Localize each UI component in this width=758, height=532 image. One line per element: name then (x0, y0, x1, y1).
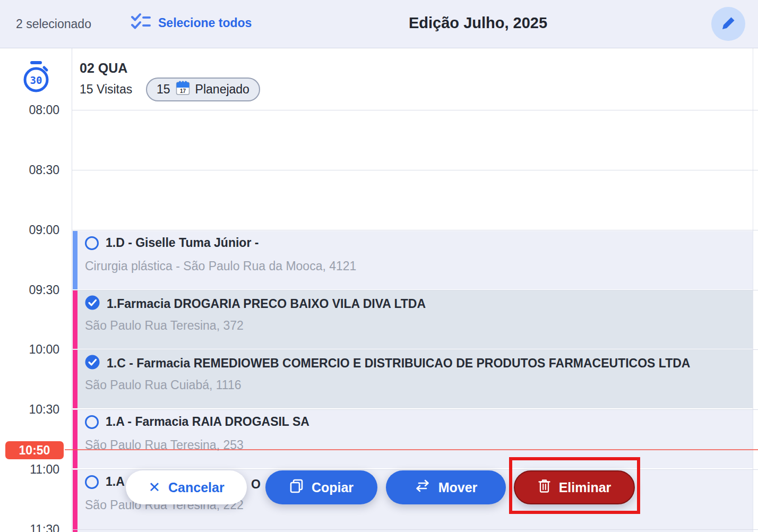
current-time-badge: 10:50 (5, 441, 64, 459)
event-color-bar (73, 350, 77, 408)
trash-icon (538, 478, 551, 496)
checked-checkbox[interactable] (85, 355, 100, 372)
event-subtitle: São Paulo Rua Cuiabá, 1116 (85, 378, 242, 392)
delete-label: Eliminar (559, 480, 611, 495)
event-subtitle: São Paulo Rua Teresina, 372 (85, 319, 244, 333)
visit-event-giselle-tuma[interactable]: 1.D - Giselle Tuma Júnior - Cirurgia plá… (73, 231, 753, 289)
time-label: 08:30 (0, 163, 59, 177)
move-label: Mover (438, 480, 478, 495)
gridline (72, 230, 758, 230)
delete-button[interactable]: Eliminar (514, 470, 635, 504)
gridline (72, 170, 758, 170)
page-title: Edição Julho, 2025 (409, 14, 547, 32)
gridline (72, 349, 758, 350)
visit-event-drogaria-preco-baixo[interactable]: 1.Farmacia DROGARIA PRECO BAIXO VILA DIV… (73, 290, 753, 349)
svg-text:17: 17 (180, 88, 186, 94)
select-all-button[interactable]: Selecione todos (131, 13, 252, 33)
stopwatch-icon: 30 (21, 61, 51, 96)
checked-checkbox[interactable] (85, 295, 100, 312)
checklist-icon (131, 13, 151, 33)
gridline (72, 469, 758, 470)
gridline (72, 110, 758, 110)
selection-toolbar: 2 selecionado Selecione todos Edição Jul… (0, 0, 758, 48)
current-time-line (65, 449, 758, 450)
x-icon: ✕ (148, 480, 160, 495)
copy-label: Copiar (312, 480, 354, 495)
cancel-button[interactable]: ✕ Cancelar (126, 470, 247, 504)
move-button[interactable]: Mover (386, 470, 506, 504)
event-title: 1.A (106, 475, 125, 489)
unchecked-checkbox[interactable] (85, 236, 99, 250)
event-title-fragment: O (251, 477, 261, 492)
event-color-bar (73, 410, 77, 468)
selected-count-label: 2 selecionado (16, 17, 91, 31)
select-all-label: Selecione todos (158, 16, 252, 30)
visit-event-remedioweb[interactable]: 1.C - Farmacia REMEDIOWEB COMERCIO E DIS… (73, 350, 753, 408)
gridline (72, 290, 758, 290)
time-label: 11:30 (0, 522, 59, 532)
event-color-bar (73, 231, 77, 289)
time-label: 09:00 (0, 223, 59, 237)
planned-count: 15 (157, 82, 170, 97)
svg-text:30: 30 (30, 74, 42, 86)
schedule-day-view: 2 selecionado Selecione todos Edição Jul… (0, 0, 758, 532)
event-title: 1.D - Giselle Tuma Júnior - (106, 236, 259, 250)
time-label: 10:30 (0, 402, 59, 417)
event-title: 1.A - Farmacia RAIA DROGASIL SA (106, 415, 309, 429)
event-subtitle: Cirurgia plástica - São Paulo Rua da Moo… (85, 259, 356, 273)
pencil-icon (720, 15, 737, 33)
edit-button[interactable] (711, 7, 745, 41)
double-arrow-icon (415, 479, 430, 496)
time-label: 09:30 (0, 283, 59, 297)
time-label: 10:00 (0, 342, 59, 357)
planned-label: Planejado (195, 82, 249, 97)
time-label: 11:00 (0, 462, 59, 477)
event-color-bar (73, 290, 77, 349)
cancel-label: Cancelar (168, 480, 225, 495)
event-color-bar (73, 470, 77, 532)
unchecked-checkbox[interactable] (85, 415, 99, 429)
copy-button[interactable]: Copiar (265, 470, 377, 504)
visit-event-raia-drogasil[interactable]: 1.A - Farmacia RAIA DROGASIL SA São Paul… (73, 410, 753, 468)
gridline (72, 409, 758, 410)
event-title: 1.C - Farmacia REMEDIOWEB COMERCIO E DIS… (107, 356, 690, 371)
time-label: 08:00 (0, 103, 59, 117)
copy-icon (289, 479, 304, 496)
day-visits-count: 15 Visitas (80, 82, 132, 97)
day-date-label: 02 QUA (80, 61, 127, 76)
unchecked-checkbox[interactable] (85, 475, 99, 489)
gridline (72, 529, 758, 530)
planned-status-badge[interactable]: 15 17 Planejado (146, 78, 260, 101)
event-title: 1.Farmacia DROGARIA PRECO BAIXO VILA DIV… (107, 297, 426, 311)
calendar-icon: 17 (176, 80, 190, 99)
